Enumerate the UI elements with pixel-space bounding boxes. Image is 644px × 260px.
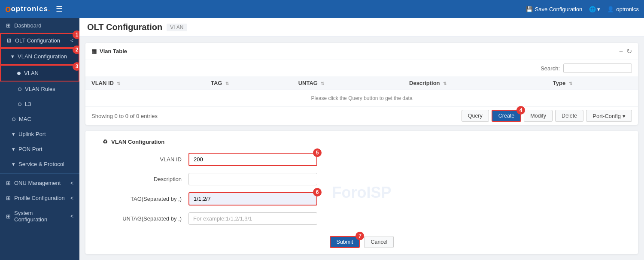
vlan-id-input[interactable] xyxy=(188,153,317,166)
user-button[interactable]: 👤 optronics xyxy=(607,6,639,12)
showing-text: Showing 0 to 0 of 0 entries xyxy=(91,113,158,119)
tag-input[interactable] xyxy=(188,192,317,206)
vlan-config-card: ForoISP ♻ VLAN Configuration VLAN ID 5 xyxy=(85,131,638,254)
page-header: OLT Configuration VLAN xyxy=(79,18,644,37)
sort-icon[interactable]: ⇅ xyxy=(443,81,447,86)
query-button[interactable]: Query xyxy=(462,110,489,122)
main-layout: ⊞ Dashboard 🖥 OLT Configuration < 1 ▾ VL… xyxy=(0,18,644,260)
sidebar-item-vlan-rules[interactable]: VLAN Rules xyxy=(0,82,79,97)
description-input[interactable] xyxy=(188,173,317,185)
search-label: Search: xyxy=(541,65,560,72)
description-label: Description xyxy=(103,176,188,182)
sidebar-item-system-config[interactable]: ⊞ System Configuration < xyxy=(0,206,79,227)
grid-icon: ⊞ xyxy=(6,195,11,201)
form-section-title: ♻ VLAN Configuration xyxy=(103,139,621,145)
globe-icon: 🌐 xyxy=(589,6,596,12)
dashboard-icon: ⊞ xyxy=(6,22,11,29)
page-title: OLT Configuration xyxy=(87,22,162,32)
sidebar-item-label: VLAN Configuration xyxy=(18,53,67,60)
col-description: Description ⇅ xyxy=(403,76,547,90)
sort-icon[interactable]: ⇅ xyxy=(225,81,229,86)
user-icon: 👤 xyxy=(607,6,614,12)
navbar-logo: o optronics . xyxy=(5,3,50,15)
table-icon: ▦ xyxy=(91,48,97,54)
cancel-button[interactable]: Cancel xyxy=(364,236,394,248)
sidebar-item-vlan[interactable]: VLAN 3 xyxy=(0,65,79,82)
sidebar-item-pon-port[interactable]: ▾ PON Port xyxy=(0,142,79,157)
refresh-icon[interactable]: ↻ xyxy=(626,47,632,55)
hamburger-icon[interactable]: ☰ xyxy=(56,4,63,14)
sort-icon[interactable]: ⇅ xyxy=(117,81,120,86)
sidebar-item-label: MAC xyxy=(19,116,31,122)
sidebar-item-label: VLAN Rules xyxy=(25,86,55,92)
chevron-left-icon: < xyxy=(70,213,73,219)
chevron-left-icon: < xyxy=(70,180,73,186)
sidebar-item-label: Uplink Port xyxy=(18,131,46,137)
language-button[interactable]: 🌐 ▾ xyxy=(589,6,600,12)
sidebar-item-uplink-port[interactable]: ▾ Uplink Port xyxy=(0,127,79,142)
table-wrapper: VLAN ID ⇅ TAG ⇅ UNTAG ⇅ xyxy=(85,76,638,107)
sidebar-item-l3[interactable]: L3 xyxy=(0,97,79,112)
circle-icon xyxy=(12,118,15,121)
form-section: ♻ VLAN Configuration VLAN ID 5 Descripti… xyxy=(85,131,638,254)
chevron-down-icon: ▾ xyxy=(597,6,600,12)
sidebar-item-vlan-config[interactable]: ▾ VLAN Configuration 2 xyxy=(0,48,79,65)
logo-text: optronics xyxy=(11,5,48,13)
delete-button[interactable]: Delete xyxy=(555,110,583,122)
chevron-down-icon: ▾ xyxy=(12,146,15,152)
minimize-icon[interactable]: − xyxy=(619,48,623,55)
sidebar-item-label: L3 xyxy=(25,101,31,107)
save-config-button[interactable]: 💾 Save Configuration xyxy=(526,6,583,12)
sidebar-item-label: Service & Protocol xyxy=(18,161,64,167)
monitor-icon: 🖥 xyxy=(6,37,12,44)
tag-label: TAG(Separated by ,) xyxy=(103,196,188,202)
logo-dot-icon: . xyxy=(48,5,50,13)
chevron-left-icon: < xyxy=(70,38,73,44)
sidebar: ⊞ Dashboard 🖥 OLT Configuration < 1 ▾ VL… xyxy=(0,18,79,260)
logo-o-icon: o xyxy=(5,3,11,15)
form-row-untag: UNTAG(Separated by ,) xyxy=(103,212,621,225)
navbar: o optronics . ☰ 💾 Save Configuration 🌐 ▾… xyxy=(0,0,644,18)
sidebar-item-service-protocol[interactable]: ▾ Service & Protocol xyxy=(0,157,79,172)
circle-icon xyxy=(17,72,21,75)
sort-icon[interactable]: ⇅ xyxy=(321,81,324,86)
sidebar-item-label: ONU Management xyxy=(14,180,61,186)
create-btn-wrapper: Create 4 xyxy=(492,110,522,122)
chevron-left-icon: < xyxy=(70,195,73,201)
chevron-down-icon: ▾ xyxy=(11,53,14,60)
sidebar-item-label: System Configuration xyxy=(14,210,67,223)
submit-button[interactable]: Submit xyxy=(330,236,360,248)
port-config-button[interactable]: Port-Config ▾ xyxy=(586,110,632,122)
sidebar-item-mac[interactable]: MAC xyxy=(0,112,79,127)
empty-message: Please click the Query button to get the… xyxy=(85,90,638,107)
sidebar-item-olt-config[interactable]: 🖥 OLT Configuration < 1 xyxy=(0,33,79,48)
sidebar-item-profile-config[interactable]: ⊞ Profile Configuration < xyxy=(0,190,79,206)
submit-btn-wrapper: Submit 7 xyxy=(330,236,360,248)
badge-5: 5 xyxy=(313,148,322,157)
form-row-description: Description xyxy=(103,173,621,185)
sidebar-item-label: OLT Configuration xyxy=(15,37,60,44)
col-untag: UNTAG ⇅ xyxy=(292,76,403,90)
sidebar-item-label: VLAN xyxy=(24,70,39,76)
badge-6: 6 xyxy=(313,188,322,197)
search-input[interactable] xyxy=(563,63,632,73)
navbar-right: 💾 Save Configuration 🌐 ▾ 👤 optronics xyxy=(526,6,639,12)
sidebar-item-label: PON Port xyxy=(18,146,43,152)
col-tag: TAG ⇅ xyxy=(205,76,292,90)
modify-button[interactable]: Modify xyxy=(524,110,553,122)
sidebar-item-onu-management[interactable]: ⊞ ONU Management < xyxy=(0,175,79,190)
untag-label: UNTAG(Separated by ,) xyxy=(103,215,188,222)
untag-input[interactable] xyxy=(188,212,317,225)
vlan-data-table: VLAN ID ⇅ TAG ⇅ UNTAG ⇅ xyxy=(85,76,638,107)
username-label: optronics xyxy=(616,6,639,12)
tag-field-wrapper: 6 xyxy=(188,192,317,206)
content-body: ▦ Vlan Table − ↻ Search: xyxy=(79,37,644,260)
sidebar-item-dashboard[interactable]: ⊞ Dashboard xyxy=(0,18,79,33)
chevron-down-icon: ▾ xyxy=(623,113,626,119)
sort-icon[interactable]: ⇅ xyxy=(569,81,572,86)
grid-icon: ⊞ xyxy=(6,213,11,220)
col-type: Type ⇅ xyxy=(547,76,638,90)
vlan-table-card-header: ▦ Vlan Table − ↻ xyxy=(85,43,638,60)
save-config-label: Save Configuration xyxy=(535,6,583,12)
badge-3: 3 xyxy=(73,62,79,71)
